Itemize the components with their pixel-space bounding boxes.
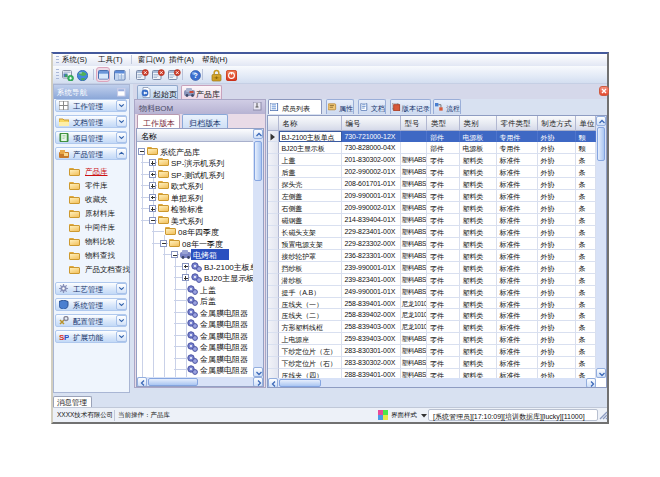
svg-text:?: ? (193, 71, 198, 80)
svg-text:P: P (64, 333, 69, 341)
